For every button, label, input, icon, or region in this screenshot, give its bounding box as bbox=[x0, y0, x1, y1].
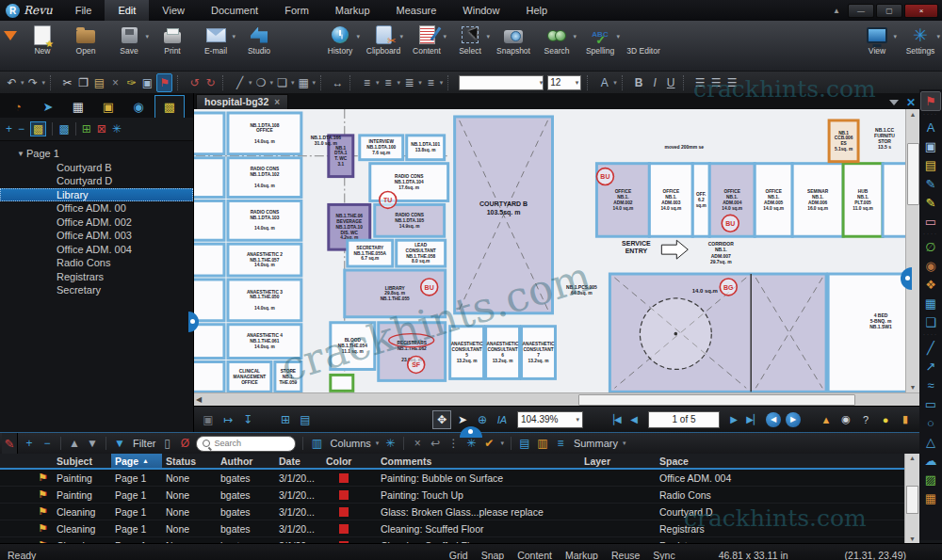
space-settings-button[interactable]: ✳ bbox=[112, 122, 122, 136]
scroll-down-icon[interactable]: ▼ bbox=[906, 381, 919, 392]
tree-item-radio-cons[interactable]: Radio Cons bbox=[0, 256, 193, 270]
align-right-icon[interactable]: ☰ bbox=[725, 74, 739, 91]
glue-icon[interactable]: ✑ bbox=[124, 74, 138, 91]
move-up-button[interactable]: ▲ bbox=[68, 437, 81, 450]
dropdown-caret-icon[interactable]: ▾ bbox=[313, 79, 317, 87]
remove-markup-button[interactable]: − bbox=[41, 437, 54, 450]
spaces-view-button[interactable]: ▩ bbox=[30, 121, 46, 136]
font-family-select[interactable]: ▾ bbox=[459, 75, 544, 90]
horizontal-scrollbar[interactable]: ◀ bbox=[194, 392, 919, 406]
toolbar-open-button[interactable]: Open bbox=[64, 24, 107, 56]
tree-item-office-adm-002[interactable]: Office ADM. 002 bbox=[0, 216, 193, 230]
shape-icon[interactable]: ❍ bbox=[254, 74, 268, 91]
menu-document[interactable]: Document bbox=[198, 0, 271, 21]
polyline-tool-icon[interactable]: ≈ bbox=[921, 376, 940, 394]
next-page-button[interactable]: ▶ bbox=[725, 411, 742, 428]
menu-form[interactable]: Form bbox=[271, 0, 322, 21]
measure-arrow-icon[interactable]: ↔ bbox=[331, 74, 345, 91]
tab-list-icon[interactable] bbox=[889, 100, 899, 105]
dropdown-caret-icon[interactable]: ▾ bbox=[399, 33, 403, 40]
import-button[interactable]: ▤ bbox=[518, 437, 531, 450]
summary-button[interactable]: ≡ bbox=[554, 437, 567, 450]
menu-window[interactable]: Window bbox=[449, 0, 512, 21]
tree-item-office-adm-00[interactable]: Office ADM. 00 bbox=[0, 201, 193, 216]
room[interactable] bbox=[194, 361, 224, 392]
markup-row[interactable]: ⚑PaintingPage 1Nonebgates3/1/20...Painti… bbox=[0, 470, 919, 487]
scroll-left-icon[interactable]: ◀ bbox=[196, 393, 202, 406]
dropdown-caret-icon[interactable]: ▾ bbox=[21, 79, 24, 87]
toolbar-email-button[interactable]: ▾E-mail bbox=[194, 24, 237, 56]
column-header-space[interactable]: Space bbox=[656, 456, 919, 467]
dropdown-caret-icon[interactable]: ▾ bbox=[270, 79, 274, 87]
indent-icon[interactable]: ≡ bbox=[360, 74, 374, 91]
add-button[interactable]: + bbox=[6, 122, 12, 136]
profile-button[interactable]: ◉ bbox=[837, 411, 854, 428]
dropdown-caret-icon[interactable]: ▾ bbox=[613, 79, 617, 87]
room[interactable] bbox=[194, 325, 224, 359]
room[interactable] bbox=[883, 164, 906, 237]
dropdown-caret-icon[interactable]: ▾ bbox=[418, 79, 422, 87]
hide-markups-button[interactable]: Ø bbox=[178, 437, 191, 450]
toolbar-settings-button[interactable]: ✳▾Settings bbox=[899, 24, 942, 56]
room[interactable] bbox=[194, 280, 224, 321]
column-header-page[interactable]: Page▲ bbox=[111, 454, 162, 468]
room[interactable] bbox=[228, 113, 301, 154]
document-tab[interactable]: hospital-bg32 × bbox=[196, 94, 288, 109]
status-toggle-reuse[interactable]: Reuse bbox=[611, 550, 640, 560]
window-restore-button[interactable]: ▢ bbox=[876, 4, 902, 18]
fit-height-button[interactable]: ↧ bbox=[239, 411, 256, 428]
column-header-layer[interactable]: Layer bbox=[580, 456, 656, 467]
move-down-button[interactable]: ▼ bbox=[86, 437, 99, 450]
room[interactable] bbox=[194, 113, 224, 154]
column-header-author[interactable]: Author bbox=[217, 456, 275, 467]
rotate-right-icon[interactable]: ↻ bbox=[203, 74, 218, 91]
horizontal-scroll-thumb[interactable] bbox=[578, 394, 855, 406]
sidebar-tab-spaces[interactable]: ▩ bbox=[154, 95, 185, 118]
tree-collapse-icon[interactable]: ▼ bbox=[17, 150, 26, 158]
markups-search-input[interactable]: Search bbox=[196, 436, 296, 452]
multi-page-button[interactable]: ▤ bbox=[297, 411, 314, 428]
room[interactable] bbox=[228, 158, 301, 198]
sidebar-tab-properties[interactable]: ◔ bbox=[4, 96, 32, 118]
room[interactable] bbox=[228, 280, 301, 321]
select-cursor-button[interactable]: ➤ bbox=[454, 411, 471, 428]
toolbar-clipboard-button[interactable]: ▾Clipboard bbox=[362, 24, 405, 56]
redo-icon[interactable]: ↷ bbox=[26, 74, 41, 91]
callout-tool-icon[interactable]: ❑ bbox=[921, 313, 940, 331]
dropdown-caret-icon[interactable]: ▾ bbox=[623, 440, 626, 447]
markups-scroll-down-icon[interactable]: ▼ bbox=[905, 536, 919, 542]
tree-item-courtyard-b[interactable]: Courtyard B bbox=[0, 161, 193, 175]
sidebar-tab-places[interactable]: ◉ bbox=[124, 96, 153, 118]
split-view-button[interactable]: ▣ bbox=[200, 411, 217, 428]
vertical-scrollbar[interactable]: ▲ ▼ bbox=[905, 109, 919, 392]
paste-icon[interactable]: ▤ bbox=[92, 74, 106, 91]
spaces-tool-icon[interactable]: ▦ bbox=[921, 295, 940, 312]
text-select-button[interactable]: IA bbox=[494, 411, 511, 428]
tree-item-office-adm-003[interactable]: Office ADM. 003 bbox=[0, 229, 193, 243]
prev-view-button[interactable]: ◀ bbox=[766, 412, 781, 427]
dropdown-caret-icon[interactable]: ▾ bbox=[249, 79, 252, 87]
text-tool-icon[interactable]: A bbox=[921, 119, 940, 136]
dropdown-caret-icon[interactable]: ▾ bbox=[616, 33, 620, 40]
toolbar-snapshot-button[interactable]: Snapshot bbox=[492, 24, 535, 56]
markup-row[interactable]: ⚑CleaningPage 1Nonebgates3/1/20Cleaning:… bbox=[0, 537, 919, 543]
strikeout-tool-icon[interactable]: ∅ bbox=[921, 238, 940, 256]
status-toggle-sync[interactable]: Sync bbox=[653, 550, 674, 560]
markups-scrollbar[interactable]: ▲ ▼ bbox=[904, 454, 919, 543]
line-tool-icon[interactable]: ╱ bbox=[921, 339, 940, 357]
fit-width-button[interactable]: ↦ bbox=[219, 411, 236, 428]
toolbar-content-button[interactable]: ▾Content bbox=[405, 24, 448, 56]
room[interactable] bbox=[331, 375, 353, 391]
status-toggle-grid[interactable]: Grid bbox=[449, 550, 468, 560]
column-header-subject[interactable]: Subject bbox=[53, 456, 111, 467]
zoom-level-select[interactable]: 104.39%▾ bbox=[517, 411, 583, 428]
font-size-select[interactable]: 12▾ bbox=[547, 75, 581, 90]
quick-launch-dropdown[interactable] bbox=[0, 24, 21, 40]
room[interactable] bbox=[828, 274, 906, 392]
settings-button[interactable]: ✳ bbox=[464, 437, 478, 450]
checkmark-button[interactable]: ✔ bbox=[482, 437, 495, 450]
markup-row[interactable]: ⚑CleaningPage 1Nonebgates3/1/20...Glass:… bbox=[0, 504, 919, 520]
filter-button[interactable]: ▼ bbox=[113, 437, 126, 450]
spaces-alt-button[interactable]: ▩ bbox=[58, 122, 69, 136]
dropdown-caret-icon[interactable]: ▾ bbox=[42, 79, 46, 87]
